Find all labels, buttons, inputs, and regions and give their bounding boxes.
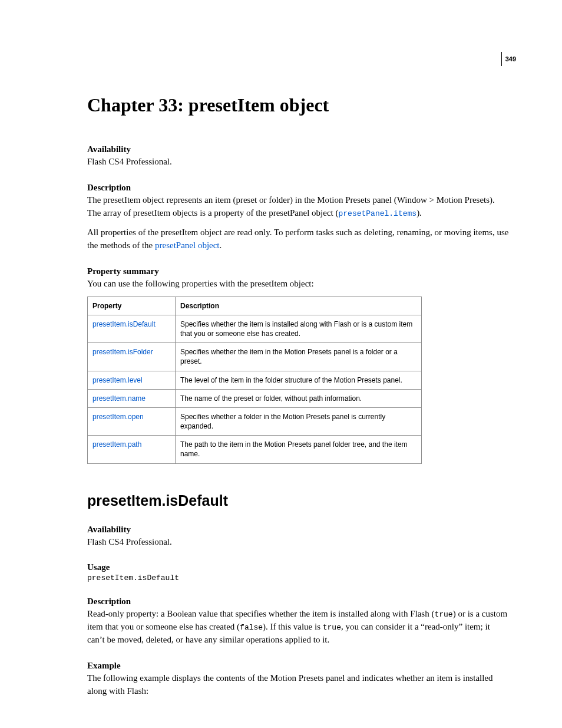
text: ).	[416, 208, 422, 218]
description-paragraph-1: The presetItem object represents an item…	[87, 194, 509, 220]
link-presetpanel-object[interactable]: presetPanel object	[155, 241, 220, 250]
table-row: presetItem.level The level of the item i…	[88, 371, 422, 389]
page-number: 349	[505, 55, 516, 62]
property-summary-heading: Property summary	[87, 266, 509, 276]
property-link[interactable]: presetItem.isDefault	[88, 315, 176, 342]
property-link[interactable]: presetItem.name	[88, 389, 176, 407]
text: Read-only property: a Boolean value that…	[87, 609, 434, 618]
table-row: presetItem.isFolder Specifies whether th…	[88, 343, 422, 371]
text: ). If this value is	[263, 622, 323, 631]
description-heading: Description	[87, 183, 509, 193]
table-row: presetItem.name The name of the preset o…	[88, 389, 422, 407]
col-description: Description	[176, 297, 422, 315]
property-summary-intro: You can use the following properties wit…	[87, 278, 509, 291]
table-header-row: Property Description	[88, 297, 422, 315]
property-link[interactable]: presetItem.isFolder	[88, 343, 176, 371]
property-description: The name of the preset or folder, withou…	[176, 389, 422, 407]
table-row: presetItem.open Specifies whether a fold…	[88, 407, 422, 435]
availability-heading: Availability	[87, 144, 509, 154]
text: The presetItem object represents an item…	[87, 195, 495, 218]
text: All properties of the presetItem object …	[87, 228, 508, 250]
availability-body: Flash CS4 Professional.	[87, 156, 509, 169]
property-link[interactable]: presetItem.path	[88, 436, 176, 463]
usage-code: presetItem.isDefault	[87, 574, 509, 582]
property-description: Specifies whether a folder in the Motion…	[176, 407, 422, 435]
property-link[interactable]: presetItem.level	[88, 371, 176, 389]
text: .	[220, 241, 222, 250]
code-true: true	[323, 623, 341, 632]
code-false: false	[240, 623, 263, 632]
availability-body: Flash CS4 Professional.	[87, 536, 509, 549]
property-description: Specifies whether the item is installed …	[176, 315, 422, 342]
example-heading: Example	[87, 661, 509, 671]
property-description: Specifies whether the item in the Motion…	[176, 343, 422, 371]
description-paragraph: Read-only property: a Boolean value that…	[87, 608, 509, 646]
property-link[interactable]: presetItem.open	[88, 407, 176, 435]
description-paragraph-2: All properties of the presetItem object …	[87, 226, 509, 252]
example-body: The following example displays the conte…	[87, 672, 509, 698]
availability-heading: Availability	[87, 525, 509, 535]
chapter-title: Chapter 33: presetItem object	[87, 94, 509, 116]
col-property: Property	[88, 297, 176, 315]
property-summary-table: Property Description presetItem.isDefaul…	[87, 297, 422, 464]
page-number-wrap: 349	[501, 52, 516, 66]
code-link-presetpanel-items[interactable]: presetPanel.items	[339, 209, 417, 218]
document-page: 349 Chapter 33: presetItem object Availa…	[0, 0, 562, 728]
property-description: The level of the item in the folder stru…	[176, 371, 422, 389]
section-title: presetItem.isDefault	[87, 492, 509, 509]
code-true: true	[434, 610, 452, 619]
description-heading: Description	[87, 597, 509, 607]
table-row: presetItem.isDefault Specifies whether t…	[88, 315, 422, 342]
table-row: presetItem.path The path to the item in …	[88, 436, 422, 463]
usage-heading: Usage	[87, 562, 509, 572]
property-description: The path to the item in the Motion Prese…	[176, 436, 422, 463]
